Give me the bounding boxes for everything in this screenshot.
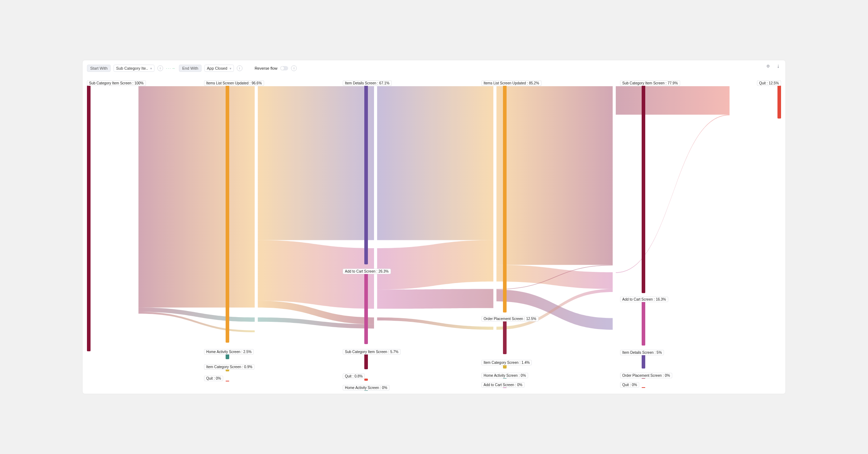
sankey-node-label: Home Activity Screen : 0% bbox=[343, 385, 389, 390]
sankey-node[interactable] bbox=[364, 354, 368, 369]
chevron-down-icon: ▾ bbox=[150, 66, 152, 70]
sankey-chart: Sub Category Item Screen : 100%Items Lis… bbox=[87, 80, 781, 389]
sankey-node[interactable] bbox=[226, 85, 229, 343]
sankey-link[interactable] bbox=[377, 86, 494, 240]
reverse-flow-label: Reverse flow bbox=[255, 66, 278, 70]
info-icon[interactable]: i bbox=[291, 65, 297, 71]
start-with-label: Start With bbox=[87, 65, 111, 72]
sankey-node[interactable] bbox=[642, 355, 645, 369]
info-icon[interactable]: i bbox=[157, 65, 163, 71]
sankey-node-label: Quit : 12.5% bbox=[757, 80, 781, 86]
flow-arrow-icon: ···→ bbox=[166, 66, 176, 70]
sankey-links bbox=[87, 82, 781, 348]
end-with-value: App Closed bbox=[207, 66, 227, 70]
sankey-node-label: Home Activity Screen : 2.5% bbox=[204, 349, 254, 355]
sankey-node[interactable] bbox=[503, 365, 507, 369]
sankey-link[interactable] bbox=[138, 307, 255, 322]
sankey-node[interactable] bbox=[642, 302, 645, 346]
sankey-node-label: Sub Category Item Screen : 5.7% bbox=[343, 349, 401, 355]
info-icon[interactable]: i bbox=[237, 65, 243, 71]
sankey-node-label: Item Details Screen : 67.1% bbox=[343, 80, 392, 86]
sankey-node[interactable] bbox=[364, 274, 368, 344]
sankey-node[interactable] bbox=[642, 387, 645, 388]
sankey-node-label: Item Category Screen : 0.9% bbox=[204, 364, 254, 370]
sankey-node-label: Sub Category Item Screen : 100% bbox=[87, 80, 146, 86]
start-with-value: Sub Category Ite.. bbox=[116, 66, 148, 70]
sankey-node-label: Order Placement Screen : 12.5% bbox=[481, 316, 539, 321]
chart-panel: Start With Sub Category Ite.. ▾ i ···→ E… bbox=[83, 60, 785, 394]
sankey-link[interactable] bbox=[616, 86, 730, 115]
chevron-down-icon: ▾ bbox=[230, 66, 231, 70]
end-with-label: End With bbox=[179, 65, 202, 72]
sankey-node-label: Order Placement Screen : 0% bbox=[620, 373, 672, 378]
sankey-node-label: Add to Cart Screen : 26.3% bbox=[343, 269, 391, 274]
sankey-node-label: Add to Cart Screen : 0% bbox=[481, 382, 525, 388]
gear-icon[interactable]: ⚙ bbox=[766, 64, 770, 69]
sankey-link[interactable] bbox=[258, 86, 374, 240]
sankey-node[interactable] bbox=[87, 85, 91, 351]
sankey-node[interactable] bbox=[642, 85, 645, 293]
sankey-link[interactable] bbox=[138, 86, 255, 307]
sankey-node-label: Quit : 0% bbox=[620, 382, 639, 388]
download-icon[interactable]: ⭳ bbox=[776, 64, 780, 69]
sankey-node-label: Item Category Screen : 1.4% bbox=[481, 360, 532, 365]
sankey-link[interactable] bbox=[377, 289, 494, 309]
sankey-node[interactable] bbox=[503, 321, 507, 354]
sankey-node-label: Home Activity Screen : 0% bbox=[481, 373, 528, 378]
sankey-node[interactable] bbox=[226, 354, 229, 359]
sankey-node-label: Add to Cart Screen : 16.3% bbox=[620, 297, 668, 302]
sankey-node[interactable] bbox=[503, 85, 507, 312]
sankey-node-label: Item Details Screen : 5% bbox=[620, 350, 664, 355]
sankey-link[interactable] bbox=[497, 86, 613, 265]
toolbar: Start With Sub Category Ite.. ▾ i ···→ E… bbox=[87, 63, 297, 73]
sankey-link[interactable] bbox=[377, 240, 494, 290]
sankey-link[interactable] bbox=[377, 318, 494, 330]
sankey-node[interactable] bbox=[777, 85, 781, 119]
sankey-node-label: Quit : 0.8% bbox=[343, 374, 365, 379]
reverse-flow-toggle[interactable] bbox=[280, 66, 288, 70]
sankey-node-label: Items List Screen Updated : 96.6% bbox=[204, 80, 264, 86]
sankey-node[interactable] bbox=[226, 381, 229, 381]
sankey-link[interactable] bbox=[258, 240, 374, 309]
sankey-node-label: Items List Screen Updated : 85.2% bbox=[481, 80, 541, 86]
end-with-select[interactable]: App Closed ▾ bbox=[204, 65, 234, 72]
sankey-link[interactable] bbox=[616, 115, 730, 273]
sankey-node-label: Sub Category Item Screen : 77.9% bbox=[620, 80, 680, 86]
sankey-node[interactable] bbox=[364, 85, 368, 264]
sankey-node-label: Quit : 0% bbox=[204, 376, 223, 381]
sankey-node[interactable] bbox=[364, 379, 368, 381]
chart-tools: ⚙ ⭳ bbox=[766, 64, 780, 69]
start-with-select[interactable]: Sub Category Ite.. ▾ bbox=[114, 65, 154, 72]
